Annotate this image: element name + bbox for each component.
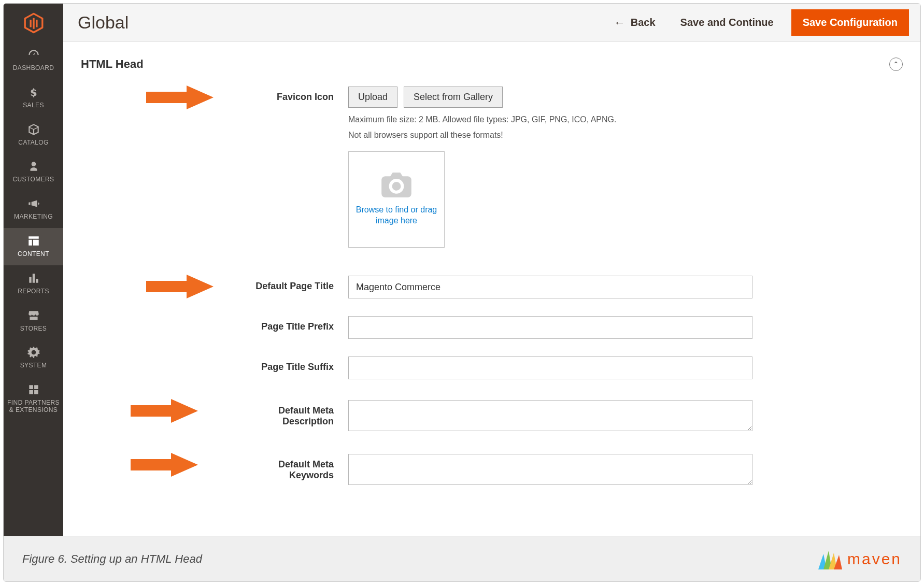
- image-dropzone[interactable]: Browse to find or drag image here: [348, 151, 445, 248]
- default-page-title-label: Default Page Title: [239, 276, 348, 292]
- sidebar-item-reports[interactable]: REPORTS: [4, 265, 63, 303]
- upload-button[interactable]: Upload: [348, 87, 397, 108]
- sidebar-item-system[interactable]: SYSTEM: [4, 339, 63, 377]
- sidebar-item-dashboard[interactable]: DASHBOARD: [4, 42, 63, 79]
- admin-sidebar: DASHBOARD SALES CATALOG CUSTOMERS MARKET…: [4, 4, 63, 536]
- sidebar-item-label: MARKETING: [14, 213, 53, 221]
- sidebar-item-partners[interactable]: FIND PARTNERS & EXTENSIONS: [4, 377, 63, 421]
- pointer-arrow-icon: [146, 274, 214, 299]
- section-title: HTML Head: [81, 58, 144, 71]
- arrow-left-icon: ←: [614, 16, 626, 30]
- page-title: Global: [78, 12, 596, 33]
- svg-marker-1: [146, 275, 214, 298]
- page-header: Global ← Back Save and Continue Save Con…: [63, 4, 920, 42]
- figure-caption-bar: Figure 6. Setting up an HTML Head maven: [4, 536, 920, 581]
- gauge-icon: [27, 48, 40, 62]
- sidebar-item-catalog[interactable]: CATALOG: [4, 117, 63, 154]
- box-icon: [27, 123, 40, 136]
- svg-marker-3: [131, 453, 198, 477]
- figure-caption: Figure 6. Setting up an HTML Head: [22, 552, 202, 566]
- bar-chart-icon: [27, 272, 40, 285]
- page-title-prefix-input[interactable]: [348, 316, 752, 339]
- default-meta-description-input[interactable]: [348, 400, 752, 431]
- default-meta-keywords-input[interactable]: [348, 454, 752, 485]
- page-title-prefix-label: Page Title Prefix: [239, 316, 348, 332]
- sidebar-item-label: SALES: [23, 102, 44, 109]
- save-configuration-button[interactable]: Save Configuration: [791, 9, 909, 36]
- default-meta-description-label: Default Meta Description: [239, 400, 348, 427]
- modules-icon: [27, 383, 40, 396]
- gear-icon: [27, 346, 40, 359]
- sidebar-item-label: CUSTOMERS: [12, 176, 54, 183]
- megaphone-icon: [27, 197, 40, 210]
- dollar-icon: [27, 85, 40, 99]
- pointer-arrow-icon: [146, 84, 214, 110]
- collapse-button[interactable]: ⌃: [889, 58, 903, 71]
- sidebar-item-stores[interactable]: STORES: [4, 303, 63, 340]
- favicon-hint-1: Maximum file size: 2 MB. Allowed file ty…: [348, 115, 616, 124]
- svg-marker-2: [131, 399, 198, 423]
- sidebar-item-sales[interactable]: SALES: [4, 79, 63, 117]
- back-button[interactable]: ← Back: [607, 12, 663, 34]
- magento-logo[interactable]: [4, 4, 63, 42]
- favicon-hint-2: Not all browsers support all these forma…: [348, 131, 616, 140]
- sidebar-item-label: STORES: [20, 325, 47, 333]
- pointer-arrow-icon: [131, 398, 198, 424]
- sidebar-item-label: CATALOG: [18, 139, 48, 147]
- layout-icon: [27, 234, 40, 248]
- sidebar-item-label: SYSTEM: [20, 362, 47, 369]
- pointer-arrow-icon: [131, 452, 198, 478]
- sidebar-item-content[interactable]: CONTENT: [4, 228, 63, 265]
- chevron-up-icon: ⌃: [893, 60, 899, 68]
- favicon-label: Favicon Icon: [239, 87, 348, 103]
- sidebar-item-customers[interactable]: CUSTOMERS: [4, 153, 63, 191]
- default-page-title-input[interactable]: [348, 276, 752, 298]
- camera-icon: [381, 173, 412, 199]
- person-icon: [27, 160, 40, 173]
- store-icon: [27, 309, 40, 322]
- sidebar-item-label: REPORTS: [18, 288, 49, 295]
- page-title-suffix-label: Page Title Suffix: [239, 356, 348, 373]
- maven-logo-text: maven: [847, 550, 902, 568]
- sidebar-item-label: DASHBOARD: [13, 65, 54, 72]
- sidebar-item-label: FIND PARTNERS & EXTENSIONS: [6, 399, 61, 414]
- save-continue-button[interactable]: Save and Continue: [673, 12, 781, 33]
- dropzone-text: Browse to find or drag image here: [349, 205, 444, 226]
- select-gallery-button[interactable]: Select from Gallery: [404, 87, 503, 108]
- sidebar-item-marketing[interactable]: MARKETING: [4, 191, 63, 228]
- svg-marker-0: [146, 85, 214, 109]
- sidebar-item-label: CONTENT: [18, 251, 49, 258]
- back-label: Back: [631, 17, 656, 28]
- maven-logo-icon: [814, 547, 843, 572]
- section-header[interactable]: HTML Head ⌃: [79, 55, 905, 87]
- maven-logo: maven: [814, 547, 902, 572]
- default-meta-keywords-label: Default Meta Keywords: [239, 454, 348, 481]
- page-title-suffix-input[interactable]: [348, 356, 752, 379]
